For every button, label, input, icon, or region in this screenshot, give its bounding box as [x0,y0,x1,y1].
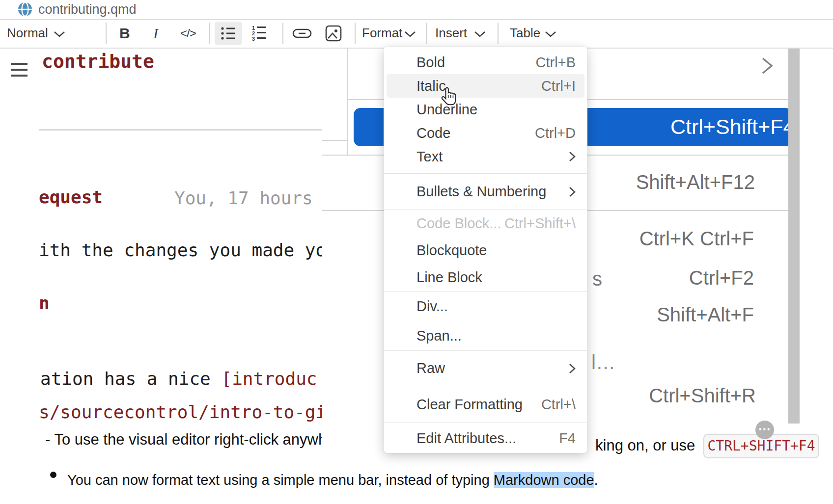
menu-item-span[interactable]: Span... [384,321,587,350]
tab-bar: contributing.qmd [0,0,833,20]
doc-bullet-item: You can now format text using a simple m… [50,472,598,488]
chevron-down-icon[interactable] [545,31,556,37]
menu-item-edit-attributes[interactable]: Edit Attributes... F4 [384,423,587,453]
doc-text-line: ation has a nice [introduc [40,369,317,389]
doc-blame-annotation: You, 17 hours [174,188,313,208]
editor-toolbar: Normal B I </> 1 2 3 Format [0,20,833,49]
ellipsis-icon: ⋯ [758,422,772,436]
menu-item-raw[interactable]: Raw [384,351,587,386]
keybinding-row[interactable]: Ctrl+F2 [689,267,754,289]
doc-text-line: ith the changes you made yo [39,240,326,260]
menu-item-label: Text [416,149,562,165]
panel-column-divider [347,49,348,155]
panel-row-divider [322,140,347,141]
occluded-text-fragment: l… [591,351,615,373]
doc-heading-fragment: equest [39,187,103,207]
menu-item-label: Span... [416,328,576,344]
submenu-chevron-icon [569,186,576,197]
toolbar-separator [498,23,499,44]
keybinding-label: Ctrl+Shift+F4 [670,115,795,139]
italic-button[interactable]: I [153,24,158,43]
menu-item-blockquote[interactable]: Blockquote [384,237,587,264]
outline-menu-icon[interactable] [11,63,28,80]
menu-item-italic[interactable]: Italic Ctrl+I [387,74,584,98]
chevron-down-icon[interactable] [474,31,485,37]
doc-url-fragment: s/sourcecontrol/intro-to-gi [39,402,326,422]
menu-item-text[interactable]: Text [384,145,587,168]
menu-item-clear-formatting[interactable]: Clear Formatting Ctrl+\ [384,386,587,423]
bullet-dot [50,472,56,478]
format-dropdown-menu: Bold Ctrl+B Italic Ctrl+I Underline Code… [384,47,587,453]
code-button[interactable]: </> [180,24,196,43]
hand-cursor-icon [441,86,457,109]
menu-item-shortcut: Ctrl+D [535,125,576,141]
menu-item-bold[interactable]: Bold Ctrl+B [384,51,587,74]
menu-item-label: Bold [416,54,536,71]
menu-item-label: Bullets & Numbering [416,184,562,200]
chevron-down-icon[interactable] [54,31,65,37]
bullet-text-end: . [594,472,598,488]
numbered-list-button[interactable]: 1 2 3 [248,24,270,43]
chevron-down-icon[interactable] [405,31,416,37]
menu-item-label: Clear Formatting [416,397,541,413]
doc-tip-line-left: - To use the visual editor right-click a… [45,431,322,449]
menu-item-code[interactable]: Code Ctrl+D [384,121,587,145]
menu-item-label: Code Block... [416,215,504,232]
format-menu-button[interactable]: Format [362,26,402,41]
doc-tip-line-right: king on, or use [595,437,695,454]
menu-item-shortcut: Ctrl+Shift+\ [504,215,576,232]
occluded-text-fragment: s [592,268,602,290]
panel-scrollbar[interactable] [788,49,800,424]
bold-button[interactable]: B [119,24,130,43]
menu-item-line-block[interactable]: Line Block [384,264,587,291]
menu-item-label: Raw [416,360,562,376]
menu-item-label: Code [416,125,535,141]
toolbar-separator [426,23,427,44]
menu-item-shortcut: Ctrl+B [536,54,576,71]
menu-item-shortcut: Ctrl+I [541,78,576,94]
submenu-chevron-icon [569,151,576,162]
menu-item-label: Underline [416,102,576,118]
menu-item-shortcut: Ctrl+\ [541,397,576,413]
menu-item-bullets-numbering[interactable]: Bullets & Numbering [384,174,587,210]
doc-heading-fragment: n [39,293,50,313]
doc-heading: contribute [42,51,154,72]
visual-editor-globe-icon [18,2,32,17]
toolbar-separator [106,23,107,44]
link-button[interactable] [291,24,313,43]
keybinding-row[interactable]: Shift+Alt+F [657,304,754,326]
menu-item-shortcut: F4 [559,430,576,447]
bullet-list-button[interactable] [215,22,242,45]
more-actions-button[interactable]: ⋯ [755,421,774,439]
image-button[interactable] [323,24,344,43]
selected-text[interactable]: Markdown code [494,472,594,488]
doc-link-fragment: [introduc [221,369,317,389]
bullet-text: You can now format text using a simple m… [67,472,494,488]
menu-item-code-block[interactable]: Code Block... Ctrl+Shift+\ [384,210,587,237]
toolbar-separator [355,23,356,44]
submenu-chevron-icon [569,363,576,374]
menu-item-label: Div... [416,298,576,315]
menu-item-label: Italic [416,78,541,94]
keybinding-row[interactable]: Ctrl+Shift+R [649,385,756,407]
toolbar-separator [282,23,283,44]
insert-menu-button[interactable]: Insert [435,26,467,41]
keybinding-row[interactable]: Ctrl+K Ctrl+F [639,228,754,250]
menu-item-underline[interactable]: Underline [384,98,587,121]
inline-code-text: CTRL+SHIFT+F4 [707,438,815,454]
menu-item-label: Line Block [416,269,576,286]
menu-item-div[interactable]: Div... [384,292,587,321]
toolbar-separator [209,23,210,44]
tab-filename[interactable]: contributing.qmd [38,2,137,17]
svg-text:3: 3 [252,36,255,42]
doc-text-black: ation has a nice [40,369,221,389]
menu-item-label: Blockquote [416,242,576,259]
chevron-right-icon[interactable] [761,57,773,76]
menu-item-label: Edit Attributes... [416,430,559,447]
keybinding-row[interactable]: Shift+Alt+F12 [636,171,755,193]
table-menu-button[interactable]: Table [510,26,540,41]
doc-divider [39,129,322,131]
paragraph-style-select[interactable]: Normal [7,26,48,41]
